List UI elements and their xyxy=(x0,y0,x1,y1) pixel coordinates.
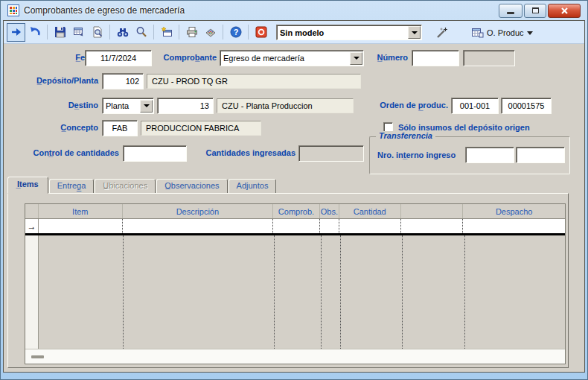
model-combo-dropdown-button[interactable] xyxy=(408,26,421,39)
orden-produc-input-2[interactable]: 00001575 xyxy=(501,98,552,114)
deposito-label: D̲epósito/Planta xyxy=(16,76,98,85)
grid-header-cantidad: Cantidad xyxy=(339,204,401,218)
exit-button[interactable] xyxy=(252,23,270,42)
grid-current-row[interactable]: → xyxy=(25,219,565,233)
print-preview-button[interactable] xyxy=(88,23,106,42)
numero-input[interactable] xyxy=(412,50,459,66)
export-grid-icon xyxy=(73,26,85,38)
concepto-code-input[interactable]: FAB xyxy=(102,120,138,136)
cell-item[interactable] xyxy=(39,219,123,233)
window-title: Comprobantes de egreso de mercadería xyxy=(24,5,185,16)
comprobante-dropdown-button[interactable] xyxy=(350,52,362,65)
numero-secondary-field xyxy=(463,50,515,66)
oproduc-grid-icon xyxy=(471,27,484,39)
title-bar: Comprobantes de egreso de mercadería xyxy=(3,1,585,20)
grid-header-selector xyxy=(25,204,39,218)
cell-descripcion[interactable] xyxy=(123,219,273,233)
svg-text:?: ? xyxy=(233,28,238,37)
export-button[interactable] xyxy=(69,23,88,42)
new-window-icon xyxy=(161,26,173,38)
destino-label: De̲stino xyxy=(45,101,98,110)
app-window: Comprobantes de egreso de mercadería xyxy=(0,0,588,380)
fecha-input[interactable]: 11/7/2024 xyxy=(85,50,152,66)
destino-dropdown-button[interactable] xyxy=(140,100,153,113)
new-window-button[interactable] xyxy=(157,23,176,42)
print-button[interactable] xyxy=(182,23,201,42)
exit-icon xyxy=(255,26,267,38)
concepto-desc-field: PRODUCCION FABRICA xyxy=(141,121,261,136)
go-button[interactable] xyxy=(7,23,25,42)
minimize-button[interactable] xyxy=(499,4,523,18)
client-area: ? Sin modelo O. Produc F̲echa 11/ xyxy=(3,20,585,373)
control-cantidades-label: Cont̲rol de cantidades xyxy=(22,148,119,157)
deposito-desc-field: CZU - PROD TQ GR xyxy=(147,74,361,89)
form-area: F̲echa 11/7/2024 Comprob̲ante Egreso de … xyxy=(4,45,584,177)
maximize-button[interactable] xyxy=(524,4,546,18)
row-selector-arrow: → xyxy=(25,219,39,233)
tab-items[interactable]: I̲tems xyxy=(7,177,48,194)
search-button[interactable] xyxy=(132,23,150,42)
grid-selector-column xyxy=(25,235,39,349)
go-icon xyxy=(10,26,22,38)
toolbar-separator xyxy=(153,25,154,39)
orden-produc-input-1[interactable]: 001-001 xyxy=(451,98,499,114)
help-button[interactable]: ? xyxy=(226,23,245,42)
nro-interno-input-2[interactable] xyxy=(516,147,565,163)
tab-ubicaciones: U̲bicaciones xyxy=(95,179,156,194)
magic-wand-button[interactable] xyxy=(435,26,449,39)
model-combo[interactable]: Sin modelo xyxy=(276,25,422,40)
cantidades-ingresadas-label: Cantidades ingresadas xyxy=(196,148,295,157)
nro-interno-input-1[interactable] xyxy=(465,147,514,163)
print-setup-icon xyxy=(205,26,217,38)
destino-code-input[interactable]: 13 xyxy=(157,98,214,114)
app-icon xyxy=(7,4,19,16)
grid-header-item: Item xyxy=(39,204,123,218)
print-setup-button[interactable] xyxy=(201,23,220,42)
cell-despacho[interactable] xyxy=(463,219,565,233)
binoculars-icon xyxy=(117,26,129,38)
oproduc-button[interactable]: O. Produc xyxy=(467,25,537,41)
toolbar-separator xyxy=(179,25,179,39)
cell-comprob[interactable] xyxy=(273,219,320,233)
oproduc-caret-icon xyxy=(527,31,533,38)
undo-button[interactable] xyxy=(25,23,44,42)
cell-blank[interactable] xyxy=(401,219,464,233)
grid-header-blank xyxy=(401,204,464,218)
close-button[interactable] xyxy=(548,4,581,18)
transferencia-title: Transferencia xyxy=(376,131,435,140)
grid-header-comprob: Comprob. xyxy=(273,204,320,218)
toolbar-separator xyxy=(248,25,249,39)
grid-horizontal-scrollbar[interactable] xyxy=(25,349,565,364)
destino-tipo-combo[interactable]: Planta xyxy=(102,98,154,114)
save-icon xyxy=(54,26,66,38)
tab-observaciones[interactable]: O̲bservaciones xyxy=(156,179,227,194)
cell-obs[interactable] xyxy=(320,219,339,233)
toolbar: ? Sin modelo O. Produc xyxy=(4,21,584,44)
toolbar-separator xyxy=(47,25,48,39)
find-button[interactable] xyxy=(113,23,132,42)
magnifier-icon xyxy=(135,26,147,38)
numero-label: N̲úmero xyxy=(368,53,408,62)
cell-cantidad[interactable] xyxy=(339,219,401,233)
items-grid[interactable]: Item Descripción Comprob. Obs. Cantidad … xyxy=(25,203,566,364)
tab-entrega[interactable]: Entreg̲a xyxy=(49,179,95,194)
grid-header: Item Descripción Comprob. Obs. Cantidad … xyxy=(25,204,565,219)
grid-header-despacho: Despacho xyxy=(463,204,565,218)
save-button[interactable] xyxy=(51,23,69,42)
control-cantidades-input[interactable] xyxy=(123,145,187,162)
help-icon: ? xyxy=(230,26,242,38)
comprobante-combo[interactable]: Egreso de mercadería xyxy=(220,50,364,66)
destino-desc-field: CZU - Planta Produccion xyxy=(217,98,354,113)
transferencia-groupbox: Transferencia Nro. int̲erno ingreso xyxy=(369,136,570,174)
tab-adjuntos[interactable]: Adjuntos xyxy=(229,179,277,194)
scrollbar-thumb[interactable] xyxy=(31,355,44,358)
print-preview-icon xyxy=(92,26,103,38)
destino-tipo-value: Planta xyxy=(103,101,139,110)
tab-strip: I̲tems Entreg̲a U̲bicaciones O̲bservacio… xyxy=(7,177,277,194)
printer-icon xyxy=(186,26,198,38)
oproduc-label: O. Produc xyxy=(487,28,524,37)
deposito-code-input[interactable]: 102 xyxy=(102,73,144,89)
toolbar-separator xyxy=(223,25,223,39)
magic-wand-icon xyxy=(435,26,449,39)
grid-header-obs: Obs. xyxy=(320,204,339,218)
